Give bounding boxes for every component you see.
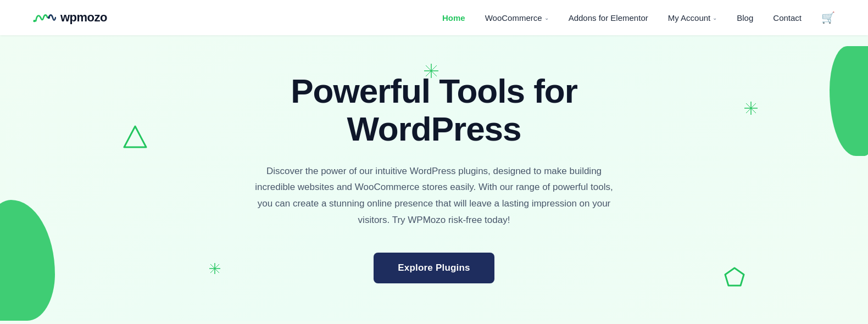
hero-section: Powerful Tools for WordPress Discover th… — [0, 35, 868, 321]
my-account-chevron-icon: ⌄ — [713, 15, 717, 21]
pentagon-decoration — [722, 266, 747, 293]
hero-subtitle: Discover the power of our intuitive Word… — [247, 163, 621, 228]
nav-item-blog[interactable]: Blog — [737, 13, 753, 23]
star-top-decoration — [423, 63, 439, 81]
blob-left-decoration — [0, 200, 55, 321]
site-header: wpmozo Home WooCommerce ⌄ Addons for Ele… — [0, 0, 868, 35]
star-right-decoration — [744, 101, 758, 118]
logo-text: wpmozo — [60, 10, 107, 25]
star-bottom-decoration — [209, 262, 221, 277]
nav-item-home[interactable]: Home — [442, 13, 465, 23]
blob-right-decoration — [830, 46, 868, 156]
svg-point-0 — [33, 20, 35, 22]
nav-item-my-account[interactable]: My Account ⌄ — [668, 13, 717, 23]
nav-item-woocommerce[interactable]: WooCommerce ⌄ — [485, 13, 549, 23]
logo-icon — [33, 10, 56, 25]
woocommerce-chevron-icon: ⌄ — [544, 15, 549, 21]
main-nav: Home WooCommerce ⌄ Addons for Elementor … — [442, 11, 835, 24]
logo[interactable]: wpmozo — [33, 10, 107, 25]
explore-plugins-button[interactable]: Explore Plugins — [374, 253, 494, 283]
nav-item-addons[interactable]: Addons for Elementor — [569, 13, 648, 23]
triangle-decoration — [121, 123, 148, 150]
hero-title: Powerful Tools for WordPress — [209, 72, 659, 147]
nav-item-contact[interactable]: Contact — [773, 13, 802, 23]
cart-icon[interactable]: 🛒 — [821, 11, 835, 24]
